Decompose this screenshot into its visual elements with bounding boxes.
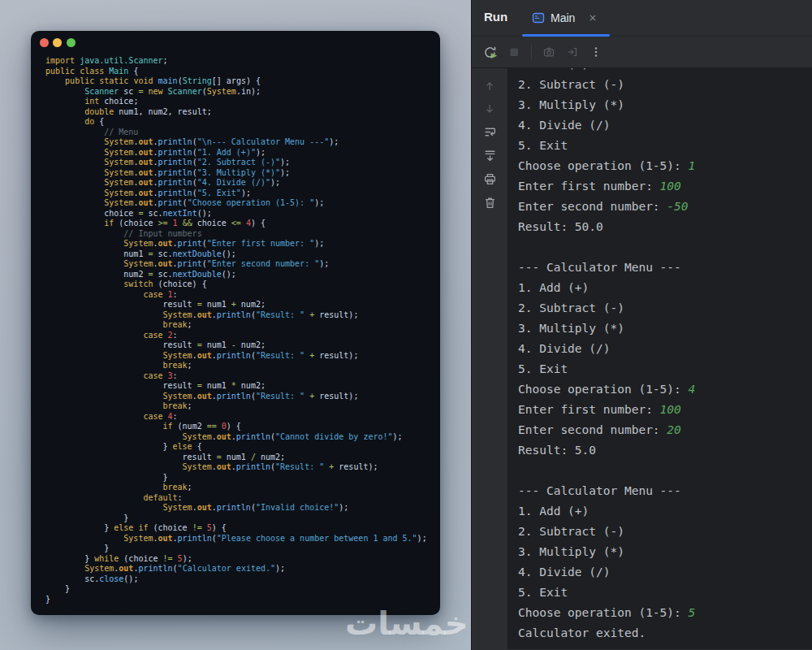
run-panel-body: 1. Add (+)2. Subtract (-)3. Multiply (*)… [472,68,812,649]
print-icon[interactable] [483,172,497,186]
code-line: num2 = sc.nextDouble(); [45,270,432,280]
console-tab-icon [532,11,545,24]
code-line: // Input numbers [45,229,432,240]
console-line: 2. Subtract (-) [518,522,812,542]
code-line: case 4: [45,412,432,422]
more-options-icon[interactable] [590,46,603,58]
close-window-button[interactable] [40,38,49,47]
console-line: 2. Subtract (-) [518,298,812,318]
code-line: System.out.println("Invalid choice!"); [45,503,432,514]
code-line: System.out.println("Result: " + result); [45,310,432,321]
desktop-background: import java.util.Scanner;public class Ma… [0,0,812,650]
console-line: 5. Exit [518,583,812,603]
stop-icon[interactable] [508,46,520,58]
attach-icon[interactable] [566,46,579,58]
console-line: Result: 5.0 [518,440,812,461]
code-line: System.out.println("1. Add (+)"); [45,148,432,158]
code-line: break; [45,401,432,412]
code-line: System.out.println("5. Exit"); [45,188,432,199]
code-line: result = num1 + num2; [45,300,432,310]
code-line: System.out.println("Cannot divide by zer… [45,432,432,443]
console-line: 1. Add (+) [518,501,812,522]
code-line: System.out.print("Choose operation (1-5)… [45,198,432,209]
code-line: System.out.println("Calculator exited.")… [45,564,432,574]
rerun-icon[interactable] [483,46,497,59]
run-toolbar [472,37,812,68]
user-input-value: 1 [689,159,696,172]
code-line: System.out.println("3. Multiply (*)"); [45,168,432,179]
window-titlebar [31,31,440,52]
user-input-value: 20 [667,423,680,436]
console-line: --- Calculator Menu --- [518,258,812,278]
minimize-window-button[interactable] [53,38,62,47]
soft-wrap-icon[interactable] [483,125,497,139]
code-line: } [45,473,432,483]
console-line: 4. Divide (/) [518,115,812,136]
code-line: case 1: [45,290,432,301]
console-line: 4. Divide (/) [518,562,812,583]
code-line: System.out.println("Please choose a numb… [45,534,432,544]
console-output[interactable]: 1. Add (+)2. Subtract (-)3. Multiply (*)… [508,68,812,649]
console-line [518,237,812,258]
console-line: 3. Multiply (*) [518,95,812,115]
code-line: System.out.println("\n--- Calculator Men… [45,137,432,148]
scroll-to-end-icon[interactable] [483,149,497,162]
console-line: 5. Exit [518,359,812,379]
code-line: choice = sc.nextInt(); [45,209,432,219]
code-line: result = num1 / num2; [45,453,432,463]
close-tab-icon[interactable] [587,12,598,24]
code-line: System.out.println("2. Subtract (-)"); [45,158,432,168]
code-line: } else if (choice != 5) { [45,523,432,534]
code-line: System.out.println("Result: " + result); [45,392,432,402]
console-line: Enter second number: 20 [518,420,812,440]
console-line: 3. Multiply (*) [518,542,812,562]
code-line: case 3: [45,371,432,382]
tab-main[interactable]: Main [522,0,610,36]
code-line: double num1, num2, result; [45,107,432,118]
down-arrow-icon[interactable] [483,102,496,115]
code-line: switch (choice) { [45,280,432,290]
watermark-text: خمسات [345,604,469,642]
code-line: case 2: [45,331,432,341]
code-line: } [45,544,432,554]
code-line: default: [45,493,432,504]
code-line: result = num1 * num2; [45,381,432,392]
console-text: 1. Add (+)2. Subtract (-)3. Multiply (*)… [518,68,812,644]
user-input-value: 100 [660,180,681,193]
console-line: 2. Subtract (-) [518,75,812,95]
code-area[interactable]: import java.util.Scanner;public class Ma… [31,52,440,613]
console-line: Choose operation (1-5): 1 [518,156,812,176]
console-line: --- Calculator Menu --- [518,481,812,501]
panel-title: Run [484,10,508,24]
up-arrow-icon[interactable] [483,80,496,93]
console-line: Result: 50.0 [518,217,812,237]
console-line: Choose operation (1-5): 5 [518,603,812,623]
code-line: import java.util.Scanner; [45,56,432,67]
code-line: System.out.println("Result: " + result); [45,462,432,473]
zoom-window-button[interactable] [67,38,76,47]
code-line: public static void main(String[] args) { [45,76,432,87]
code-line: } while (choice != 5); [45,554,432,565]
code-line: System.out.println("4. Divide (/)"); [45,178,432,188]
tab-label: Main [551,11,575,24]
run-tool-window: Run Main [471,0,812,650]
console-line: Enter first number: 100 [518,176,812,197]
code-line: break; [45,320,432,331]
code-line: do { [45,117,432,128]
code-line: System.out.println("Result: " + result); [45,351,432,362]
code-line: } [45,584,432,595]
clear-console-icon[interactable] [483,196,497,210]
console-line: Enter second number: -50 [518,197,812,217]
console-line: 1. Add (+) [518,278,812,298]
camera-icon[interactable] [542,46,555,58]
code-line: System.out.print("Enter second number: "… [45,259,432,270]
code-line: int choice; [45,97,432,107]
user-input-value: 5 [689,606,696,619]
toolbar-separator [531,45,532,59]
console-line: Choose operation (1-5): 4 [518,379,812,400]
code-line: Scanner sc = new Scanner(System.in); [45,87,432,98]
code-line: } else { [45,442,432,453]
console-line: 4. Divide (/) [518,339,812,359]
console-line: 5. Exit [518,136,812,156]
code-editor-window: import java.util.Scanner;public class Ma… [31,31,440,615]
